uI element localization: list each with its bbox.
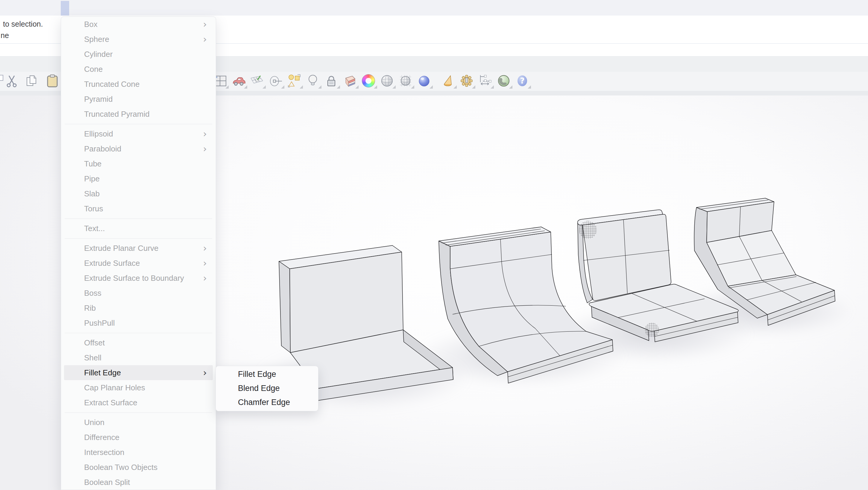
menu-item[interactable] bbox=[61, 331, 216, 335]
menu-item[interactable]: Cylinder › bbox=[61, 47, 216, 62]
command-history-line: to selection. bbox=[3, 20, 43, 28]
menu-item[interactable]: Ellipsoid › bbox=[61, 126, 216, 141]
menu-item[interactable]: Boss › bbox=[61, 285, 216, 301]
solid-menu-dropdown: Box › Sphere › Cylinder › Cone › Truncat… bbox=[61, 17, 216, 490]
submenu-arrow-icon: › bbox=[203, 144, 207, 154]
submenu-item[interactable]: Chamfer Edge bbox=[216, 395, 318, 409]
scissors-cut-icon[interactable] bbox=[5, 73, 19, 89]
menu-item[interactable] bbox=[61, 216, 216, 221]
globe-earth-icon[interactable] bbox=[497, 73, 510, 89]
model-chamfer-edge bbox=[685, 193, 853, 334]
menu-item[interactable]: Sphere › bbox=[61, 32, 216, 47]
menu-item[interactable]: Paraboloid › bbox=[61, 141, 216, 156]
menu-item[interactable]: Truncated Pyramid › bbox=[61, 106, 216, 122]
named-view-car-icon[interactable] bbox=[232, 73, 245, 89]
menu-item[interactable]: Intersection › bbox=[61, 445, 216, 460]
cplane-grid-icon[interactable] bbox=[250, 73, 264, 89]
paste-clipboard-icon[interactable] bbox=[45, 73, 59, 89]
menu-item[interactable]: Boolean Two Objects › bbox=[61, 460, 216, 475]
menu-item[interactable]: Pyramid › bbox=[61, 92, 216, 106]
menubar-item[interactable] bbox=[61, 1, 69, 16]
cone-spotlight-icon[interactable] bbox=[441, 73, 455, 89]
sphere-rendered-blue-icon[interactable] bbox=[417, 73, 431, 89]
menu-item[interactable]: Boolean Split › bbox=[61, 475, 216, 490]
sphere-shaded-icon[interactable] bbox=[380, 73, 394, 89]
sphere-wireframe-icon[interactable] bbox=[399, 73, 412, 89]
gear-settings-icon[interactable] bbox=[460, 73, 473, 89]
lightbulb-icon[interactable] bbox=[306, 73, 320, 89]
menu-item[interactable]: Tube › bbox=[61, 156, 216, 171]
help-question-icon[interactable]: ? bbox=[516, 73, 529, 89]
submenu-arrow-icon: › bbox=[203, 34, 207, 44]
menu-item[interactable]: Extrude Planar Curve › bbox=[61, 241, 216, 256]
menu-bar bbox=[0, 0, 868, 16]
menu-item[interactable]: Extrude Surface › bbox=[61, 256, 216, 271]
submenu-arrow-icon: › bbox=[203, 273, 207, 283]
menu-item[interactable] bbox=[61, 410, 216, 415]
menu-item[interactable]: Text... › bbox=[61, 221, 216, 236]
menu-item[interactable]: Shell › bbox=[61, 350, 216, 365]
submenu-arrow-icon: › bbox=[203, 368, 207, 377]
svg-text:?: ? bbox=[520, 76, 524, 85]
submenu-item[interactable]: Blend Edge bbox=[216, 381, 318, 395]
menu-item[interactable]: Truncated Cone › bbox=[61, 76, 216, 92]
menu-item[interactable]: Torus › bbox=[61, 201, 216, 216]
menu-item[interactable]: PushPull › bbox=[61, 315, 216, 331]
circle-center-icon[interactable] bbox=[269, 73, 283, 89]
submenu-arrow-icon: › bbox=[203, 258, 207, 268]
submenu-arrow-icon: › bbox=[203, 243, 207, 253]
menu-item[interactable]: Cap Planar Holes › bbox=[61, 380, 216, 395]
menu-item[interactable]: Cone › bbox=[61, 62, 216, 76]
selection-shapes-icon[interactable] bbox=[287, 73, 301, 89]
menu-item[interactable]: Rib › bbox=[61, 301, 216, 315]
clipped-icon bbox=[0, 75, 3, 81]
menu-item[interactable]: Union › bbox=[61, 415, 216, 430]
submenu-arrow-icon: › bbox=[203, 20, 207, 29]
menu-item[interactable]: Fillet Edge › bbox=[64, 365, 213, 380]
menu-item[interactable]: Extract Surface › bbox=[61, 395, 216, 410]
menu-item[interactable] bbox=[61, 122, 216, 126]
menu-item[interactable]: Extrude Surface to Boundary › bbox=[61, 271, 216, 285]
dimension-lines-icon[interactable] bbox=[478, 73, 492, 89]
padlock-icon[interactable] bbox=[324, 73, 338, 89]
menu-item[interactable] bbox=[61, 236, 216, 241]
menu-item[interactable]: Box › bbox=[61, 17, 216, 32]
cake-layers-icon[interactable] bbox=[343, 73, 357, 89]
menu-item[interactable]: Difference › bbox=[61, 430, 216, 445]
menu-item[interactable]: Slab › bbox=[61, 186, 216, 201]
submenu-arrow-icon: › bbox=[203, 129, 207, 139]
copy-icon[interactable] bbox=[25, 73, 39, 89]
command-prompt-line: ne bbox=[1, 31, 9, 40]
color-wheel-icon[interactable] bbox=[362, 73, 375, 89]
menu-item[interactable]: Offset › bbox=[61, 335, 216, 350]
submenu-item[interactable]: Fillet Edge bbox=[216, 367, 318, 381]
fillet-edge-submenu: Fillet Edge Blend Edge Chamfer Edge bbox=[216, 366, 318, 411]
menu-item[interactable]: Pipe › bbox=[61, 171, 216, 186]
